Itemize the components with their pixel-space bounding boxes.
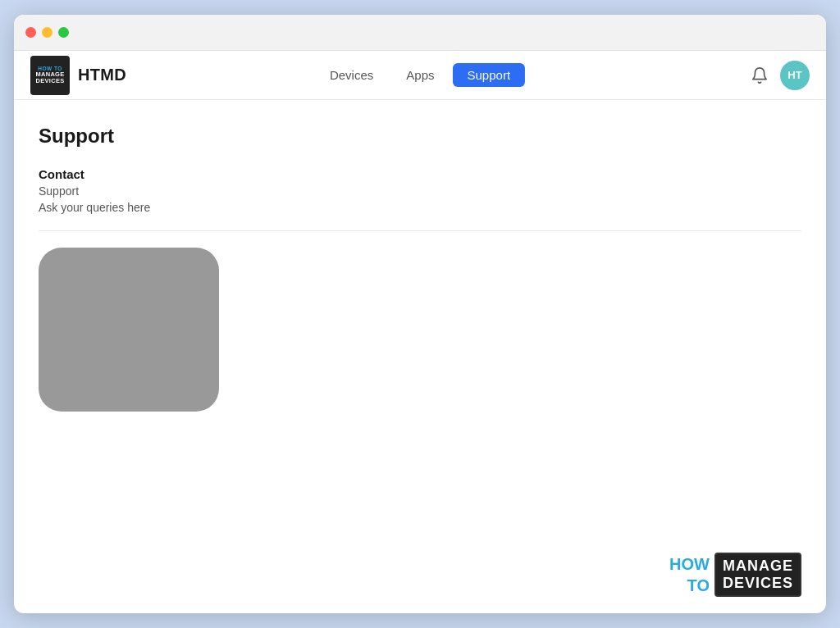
contact-section: Contact Support Ask your queries here [39,167,801,231]
watermark-to: TO [669,575,710,596]
watermark-devices: DEVICES [723,575,793,592]
nav-tabs: Devices Apps Support [315,63,525,87]
logo-icon: HOW TO MANAGE DEVICES [30,56,70,95]
notification-icon[interactable] [751,66,769,84]
watermark-how-to: HOW TO [669,553,710,596]
maximize-button[interactable] [58,27,69,38]
support-card-image [39,248,219,412]
header-right: HT [751,61,810,90]
app-name: HTMD [78,66,126,84]
close-button[interactable] [25,27,36,38]
avatar[interactable]: HT [780,61,810,90]
title-bar [14,15,826,51]
tab-apps[interactable]: Apps [391,63,449,87]
app-window: HOW TO MANAGE DEVICES HTMD Devices Apps … [14,15,826,613]
tab-support[interactable]: Support [453,63,526,87]
header: HOW TO MANAGE DEVICES HTMD Devices Apps … [14,51,826,100]
watermark-manage: MANAGE [723,557,793,575]
page-title: Support [39,125,801,148]
contact-sublabel: Support [39,184,801,198]
watermark-manage-devices: MANAGE DEVICES [714,553,801,597]
watermark: HOW TO MANAGE DEVICES [669,553,801,597]
watermark-how: HOW [669,553,710,575]
contact-label: Contact [39,167,801,181]
logo-area: HOW TO MANAGE DEVICES HTMD [30,56,126,95]
traffic-lights [25,27,69,38]
tab-devices[interactable]: Devices [315,63,388,87]
minimize-button[interactable] [42,27,52,38]
main-content: Support Contact Support Ask your queries… [14,100,826,613]
contact-query: Ask your queries here [39,201,801,214]
